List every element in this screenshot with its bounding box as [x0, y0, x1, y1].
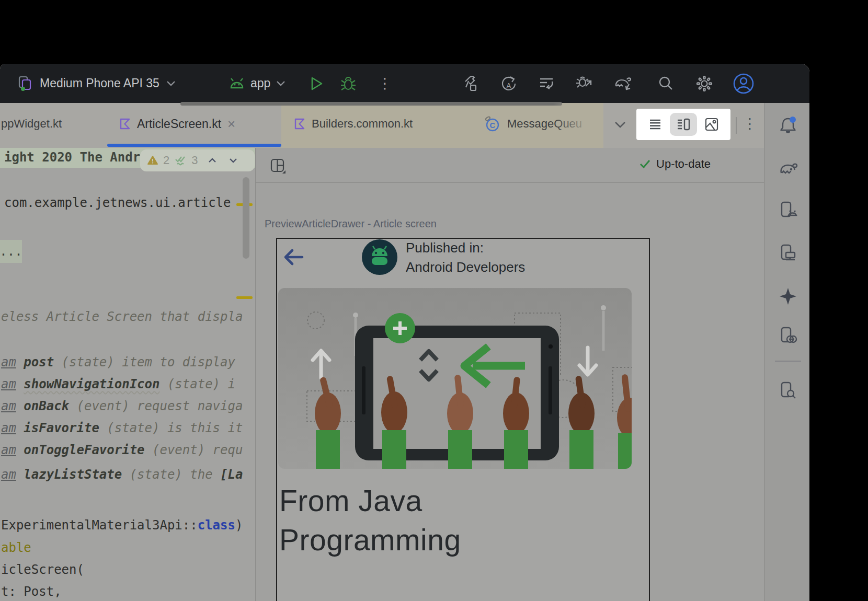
device-phone-icon [18, 75, 33, 92]
article-hero-image [278, 288, 632, 469]
screenshot-root: Medium Phone API 35 app [0, 0, 868, 601]
design-view-icon[interactable] [704, 117, 719, 132]
search-icon[interactable] [657, 64, 674, 103]
publisher-name: Android Developers [406, 259, 525, 275]
debug-button[interactable] [340, 64, 357, 103]
ok-checks-icon [175, 155, 186, 166]
publisher-avatar [362, 239, 397, 275]
code-line-annotation: ExperimentalMaterial3Api::class) [1, 518, 243, 533]
gradle-elephant-icon[interactable] [778, 159, 798, 177]
editor-tab-bar: ppWidget.kt ArticleScreen.kt × Builders.… [0, 103, 764, 148]
code-line-param-isfavorite: am isFavorite (state) is this it [1, 421, 243, 435]
device-selector[interactable]: Medium Phone API 35 [18, 64, 176, 103]
back-arrow-icon[interactable] [282, 247, 304, 267]
active-tab-underline [107, 144, 281, 147]
settings-gear-icon[interactable] [695, 64, 713, 103]
split-view-selected[interactable] [670, 113, 697, 136]
apply-changes-icon[interactable]: A [500, 64, 518, 103]
more-actions-kebab[interactable]: ⋮ [378, 64, 392, 103]
preview-composable-label[interactable]: PreviewArticleDrawer - Article screen [265, 218, 437, 230]
kotlin-file-icon [294, 118, 305, 130]
close-tab-icon[interactable]: × [227, 117, 235, 131]
run-config-label: app [250, 76, 270, 90]
sidebar-divider [775, 361, 801, 362]
device-selector-label: Medium Phone API 35 [40, 76, 159, 90]
class-icon: C [483, 115, 501, 133]
tab-builders-common[interactable]: Builders.common.kt [294, 103, 413, 145]
hidden-tabs-chevron[interactable] [613, 121, 627, 129]
tab-fade-overlay [553, 103, 603, 148]
run-config-selector[interactable]: app [229, 64, 286, 103]
run-button[interactable] [309, 64, 324, 103]
preview-toolbar: Up-to-date [256, 148, 764, 183]
inspections-widget[interactable]: 2 3 [140, 149, 255, 171]
code-line-package: com.example.jetnews.ui.article [4, 195, 231, 210]
device-manager-icon[interactable] [778, 200, 798, 220]
svg-text:C: C [490, 121, 496, 130]
tab-appwidget[interactable]: ppWidget.kt [1, 103, 62, 145]
code-line-comment: eless Article Screen that displa [1, 309, 243, 324]
preview-status: Up-to-date [639, 157, 711, 171]
preview-frame[interactable]: Published in: Android Developers [276, 238, 650, 601]
tab-articlescreen-label: ArticleScreen.kt [137, 117, 221, 131]
android-head-icon [229, 77, 245, 90]
warning-count: 2 [163, 154, 169, 167]
warning-triangle-icon [147, 156, 158, 165]
published-in-label: Published in: [406, 240, 484, 256]
next-problem-chevron[interactable] [229, 157, 238, 164]
build-hammer-icon[interactable] [462, 64, 480, 103]
folded-imports-chip[interactable]: ... [0, 240, 22, 263]
svg-text:A: A [506, 82, 511, 90]
gemini-sparkle-icon[interactable] [778, 286, 798, 306]
check-icon [639, 159, 651, 169]
preview-layout-icon[interactable] [269, 158, 287, 175]
layout-inspector-icon[interactable] [778, 380, 798, 400]
tab-builders-label: Builders.common.kt [312, 117, 413, 131]
split-view-icon [676, 117, 691, 132]
device-mirroring-icon[interactable] [778, 326, 798, 345]
preview-status-label: Up-to-date [656, 157, 711, 171]
compose-preview-panel: Up-to-date PreviewArticleDrawer - Articl… [256, 148, 764, 601]
tabbar-divider [736, 117, 737, 134]
folded-dots: ... [0, 244, 22, 259]
editor-options-kebab[interactable]: ⋮ [743, 117, 757, 131]
prev-problem-chevron[interactable] [208, 157, 217, 164]
profile-avatar[interactable] [732, 64, 755, 103]
apply-code-changes-icon[interactable] [538, 64, 555, 103]
attach-debugger-icon[interactable] [575, 64, 593, 103]
code-view-icon[interactable] [648, 117, 663, 132]
code-line-composable: able [1, 540, 31, 555]
notifications-bell-icon[interactable] [778, 115, 798, 135]
code-line-param-shownav: am showNavigationIcon (state) i [1, 377, 235, 391]
code-line-param-onback: am onBack (event) request naviga [1, 399, 243, 413]
view-mode-spotlight [637, 109, 730, 140]
code-editor[interactable]: ight 2020 The Andr 2 3 com. [0, 148, 256, 601]
right-tool-window-bar [764, 103, 809, 601]
gradle-sync-icon[interactable] [614, 64, 633, 103]
code-line-param-lazylist: am lazyListState (state) the [La [1, 467, 243, 482]
editor-scrollbar-thumb[interactable] [243, 177, 249, 259]
article-title-line1: From Java [279, 483, 422, 518]
code-line-param-ontoggle: am onToggleFavorite (event) requ [1, 443, 243, 457]
kotlin-file-icon [119, 118, 131, 130]
running-devices-icon[interactable] [778, 243, 798, 263]
tab-appwidget-label: ppWidget.kt [1, 117, 62, 131]
android-studio-window: Medium Phone API 35 app [0, 64, 809, 601]
ok-count: 3 [191, 154, 198, 167]
code-line-copyright: ight 2020 The Andr [4, 150, 140, 165]
main-toolbar: Medium Phone API 35 app [0, 64, 809, 103]
warning-mark [236, 296, 253, 299]
code-line-argument: t: Post, [1, 584, 62, 599]
chevron-down-icon [276, 80, 286, 87]
code-line-param-post: am post (state) item to display [1, 355, 235, 369]
chevron-down-icon [166, 80, 176, 87]
article-title-line2: Programming [279, 523, 461, 557]
code-line-function: icleScreen( [1, 562, 84, 577]
tab-articlescreen[interactable]: ArticleScreen.kt × [119, 103, 235, 145]
hands-illustration [278, 288, 632, 469]
